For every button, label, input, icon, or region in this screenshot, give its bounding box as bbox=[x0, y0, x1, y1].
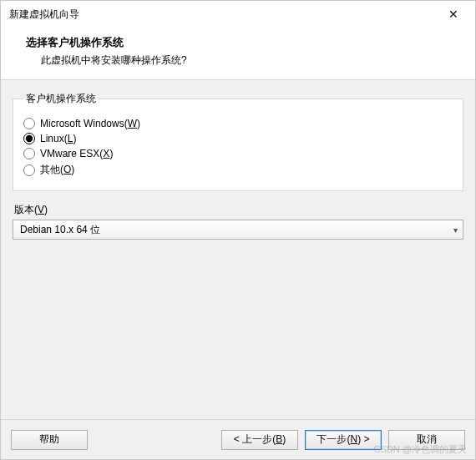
version-label: 版本(V) bbox=[14, 203, 463, 217]
close-button[interactable]: ✕ bbox=[437, 3, 470, 26]
wizard-header: 选择客户机操作系统 此虚拟机中将安装哪种操作系统? bbox=[1, 28, 475, 80]
version-select[interactable]: Debian 10.x 64 位 ▾ bbox=[13, 220, 463, 240]
radio-other-input[interactable] bbox=[23, 164, 35, 176]
radio-linux-input[interactable] bbox=[23, 133, 35, 144]
help-button[interactable]: 帮助 bbox=[11, 430, 88, 450]
chevron-down-icon: ▾ bbox=[453, 225, 458, 235]
page-heading: 选择客户机操作系统 bbox=[26, 36, 463, 50]
version-selected-text: Debian 10.x 64 位 bbox=[20, 223, 100, 237]
guest-os-group: 客户机操作系统 Microsoft Windows(W) Linux(L) VM… bbox=[13, 92, 463, 191]
radio-linux[interactable]: Linux(L) bbox=[23, 133, 453, 144]
next-button[interactable]: 下一步(N) > bbox=[305, 430, 382, 450]
version-group: 版本(V) Debian 10.x 64 位 ▾ bbox=[13, 203, 463, 240]
radio-linux-label: Linux(L) bbox=[40, 133, 76, 144]
radio-windows[interactable]: Microsoft Windows(W) bbox=[23, 118, 453, 129]
close-icon: ✕ bbox=[448, 8, 458, 21]
radio-vmware-esx-label: VMware ESX(X) bbox=[40, 148, 113, 159]
version-select-display[interactable]: Debian 10.x 64 位 ▾ bbox=[13, 220, 463, 240]
radio-vmware-esx-input[interactable] bbox=[23, 148, 35, 159]
wizard-content: 客户机操作系统 Microsoft Windows(W) Linux(L) VM… bbox=[1, 80, 475, 419]
window-title: 新建虚拟机向导 bbox=[9, 8, 79, 22]
radio-other-label: 其他(O) bbox=[40, 163, 74, 177]
wizard-window: 新建虚拟机向导 ✕ 选择客户机操作系统 此虚拟机中将安装哪种操作系统? 客户机操… bbox=[0, 0, 476, 460]
guest-os-legend: 客户机操作系统 bbox=[23, 92, 99, 106]
radio-windows-label: Microsoft Windows(W) bbox=[40, 118, 140, 129]
back-button[interactable]: < 上一步(B) bbox=[221, 430, 298, 450]
radio-other[interactable]: 其他(O) bbox=[23, 163, 453, 177]
radio-windows-input[interactable] bbox=[23, 118, 35, 129]
wizard-footer: 帮助 < 上一步(B) 下一步(N) > 取消 bbox=[1, 419, 475, 459]
radio-vmware-esx[interactable]: VMware ESX(X) bbox=[23, 148, 453, 159]
cancel-button[interactable]: 取消 bbox=[388, 430, 465, 450]
page-subtext: 此虚拟机中将安装哪种操作系统? bbox=[26, 53, 463, 68]
titlebar: 新建虚拟机向导 ✕ bbox=[1, 1, 475, 28]
